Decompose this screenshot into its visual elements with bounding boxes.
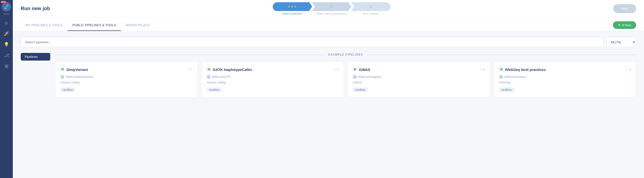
pipeline-card-rnaseq[interactable]: ✕ RNASeq best practices ☆ 0 ◯ lifebit-ai… bbox=[494, 61, 636, 97]
card-title-row: ✕ GATK HaplotypeCaller bbox=[207, 66, 252, 72]
card-stars: ☆ 0 bbox=[187, 68, 192, 71]
org-avatar: ◯ bbox=[499, 75, 503, 79]
card-org: ◯ lifebit-ai/DeepVariant bbox=[60, 75, 192, 79]
org-name: lifebit-ai/rnaseq-1 bbox=[504, 75, 527, 79]
card-title-row: ✕ GWAS bbox=[353, 66, 370, 72]
card-stars: ☆ 0 bbox=[626, 68, 631, 71]
pipeline-x-icon: ✕ bbox=[207, 66, 211, 72]
tab-public-pipelines[interactable]: PUBLIC PIPELINES & TOOLS bbox=[68, 20, 121, 31]
card-stars: ☆ 0 bbox=[480, 68, 485, 71]
sidebar-item-branch[interactable]: ⎇ bbox=[2, 50, 11, 60]
bulb-icon: 💡 bbox=[4, 42, 9, 47]
card-title: RNASeq best practices bbox=[505, 67, 546, 72]
pipelines-tag[interactable]: Pipelines bbox=[21, 53, 50, 61]
step-3-label: Run analysis bbox=[351, 12, 391, 15]
main-content: Run new job • • • Select a bbox=[13, 0, 644, 178]
pipeline-x-icon: ✕ bbox=[353, 66, 357, 72]
card-header: ✕ GATK HaplotypeCaller ☆ 0 bbox=[207, 66, 339, 72]
card-tag: nextflow bbox=[499, 87, 514, 92]
card-title-row: ✕ RNASeq best practices bbox=[499, 66, 546, 72]
org-avatar: ◯ bbox=[207, 75, 211, 79]
card-header: ✕ RNASeq best practices ☆ 0 bbox=[499, 66, 631, 72]
sidebar-item-home[interactable]: ⌂ bbox=[2, 18, 11, 28]
step-2-pill bbox=[312, 2, 351, 11]
card-category: Variant Calling bbox=[207, 81, 339, 84]
star-icon: ☆ bbox=[187, 68, 190, 71]
example-pipelines-header: EXAMPLE PIPELINES bbox=[55, 53, 636, 56]
pipeline-card-gatk[interactable]: ✕ GATK HaplotypeCaller ☆ 0 ◯ lifebit-ai/… bbox=[202, 61, 344, 97]
step-1-label: Select a pipeline bbox=[272, 12, 312, 15]
star-icon: ☆ bbox=[480, 68, 482, 71]
card-tag: nextflow bbox=[207, 87, 222, 92]
search-row: All (73) Nextflow WDL CWL bbox=[21, 37, 636, 47]
step-2-label: Select data & parameters bbox=[312, 12, 351, 15]
star-count: 0 bbox=[191, 68, 192, 71]
card-org: ◯ lifebit-ai/GATK bbox=[207, 75, 339, 79]
star-count: 0 bbox=[483, 68, 485, 71]
sidebar: BETA 🧬 deploit ⌂ 🚀 💡 ⎇ ⊞ bbox=[0, 0, 13, 178]
pipeline-card-deepvariant[interactable]: ✕ DeepVariant ☆ 0 ◯ lifebit-ai/DeepVaria… bbox=[55, 61, 198, 97]
pipelines-section: Pipelines EXAMPLE PIPELINES ✕ DeepVarian… bbox=[21, 53, 636, 97]
logo-icon: 🧬 bbox=[4, 5, 9, 9]
branch-icon: ⎇ bbox=[4, 53, 9, 58]
new-button-label: 8 New bbox=[622, 23, 631, 27]
star-count: 0 bbox=[629, 68, 631, 71]
next-button[interactable]: Next bbox=[613, 4, 636, 13]
rocket-icon: 🚀 bbox=[4, 31, 9, 36]
step-2-arrow-icon bbox=[329, 4, 334, 9]
card-category: Variant Calling bbox=[60, 81, 192, 84]
star-icon: ☆ bbox=[626, 68, 628, 71]
header-left: Run new job bbox=[21, 6, 50, 11]
card-category: RNASeq bbox=[499, 81, 631, 84]
search-wrapper bbox=[21, 37, 604, 47]
beta-label: BETA bbox=[1, 1, 6, 3]
pipeline-x-icon: ✕ bbox=[499, 66, 503, 72]
sidebar-item-rocket[interactable]: 🚀 bbox=[2, 29, 11, 39]
card-category: GWAS bbox=[353, 81, 485, 84]
card-org: ◯ lifebit-ai/rnaseq-1 bbox=[499, 75, 631, 79]
card-title-row: ✕ DeepVariant bbox=[60, 66, 88, 72]
tab-marketplace[interactable]: MARKETPLACE bbox=[121, 20, 155, 31]
tabs: MY PIPELINES & TOOLS PUBLIC PIPELINES & … bbox=[21, 20, 155, 31]
org-name: lifebit-ai/h3agwas bbox=[358, 75, 381, 79]
step-1-pill: • • • bbox=[273, 2, 312, 11]
filter-select[interactable]: All (73) Nextflow WDL CWL bbox=[606, 37, 636, 47]
star-count: 0 bbox=[337, 68, 338, 71]
header-line-right bbox=[367, 55, 636, 55]
example-pipelines-label: EXAMPLE PIPELINES bbox=[328, 53, 363, 56]
card-title: GWAS bbox=[359, 67, 370, 72]
org-avatar: ◯ bbox=[60, 75, 64, 79]
pipelines-main: EXAMPLE PIPELINES ✕ DeepVariant ☆ bbox=[55, 53, 636, 97]
search-input[interactable] bbox=[21, 37, 604, 47]
star-icon: ☆ bbox=[333, 68, 336, 71]
card-org: ◯ lifebit-ai/h3agwas bbox=[353, 75, 485, 79]
logo[interactable]: BETA 🧬 deploit bbox=[2, 2, 11, 11]
deploit-label: deploit bbox=[4, 13, 9, 15]
pipeline-steps: • • • Select a pipeline Select data & pa… bbox=[272, 2, 391, 15]
page-title: Run new job bbox=[21, 6, 50, 11]
sidebar-nav: ⌂ 🚀 💡 ⎇ ⊞ bbox=[0, 18, 13, 71]
pipeline-card-gwas[interactable]: ✕ GWAS ☆ 0 ◯ lifebit-ai/h3agwas bbox=[348, 61, 490, 97]
step-1-dots: • • • bbox=[288, 5, 296, 9]
database-icon: ⊞ bbox=[5, 63, 8, 69]
card-stars: ☆ 0 bbox=[333, 68, 338, 71]
org-name: lifebit-ai/GATK bbox=[212, 75, 231, 79]
steps-labels: Select a pipeline Select data & paramete… bbox=[272, 12, 391, 15]
new-button[interactable]: ✦ 8 New bbox=[613, 21, 636, 29]
pipeline-cards: ✕ DeepVariant ☆ 0 ◯ lifebit-ai/DeepVaria… bbox=[55, 61, 636, 97]
step-3-arrow-icon bbox=[368, 4, 373, 9]
card-tag: nextflow bbox=[353, 87, 368, 92]
card-tag: nextflow bbox=[60, 87, 75, 92]
steps-row: • • • bbox=[273, 2, 390, 11]
home-icon: ⌂ bbox=[5, 20, 8, 26]
sidebar-item-database[interactable]: ⊞ bbox=[2, 61, 11, 71]
card-header: ✕ DeepVariant ☆ 0 bbox=[60, 66, 192, 72]
header-line-left bbox=[55, 55, 324, 55]
card-header: ✕ GWAS ☆ 0 bbox=[353, 66, 485, 72]
tab-my-pipelines[interactable]: MY PIPELINES & TOOLS bbox=[21, 20, 68, 31]
content-area: All (73) Nextflow WDL CWL Pipelines EXAM… bbox=[13, 31, 644, 178]
header: Run new job • • • Select a bbox=[13, 0, 644, 17]
sidebar-item-bulb[interactable]: 💡 bbox=[2, 40, 11, 49]
org-avatar: ◯ bbox=[353, 75, 357, 79]
card-title: DeepVariant bbox=[66, 67, 88, 72]
